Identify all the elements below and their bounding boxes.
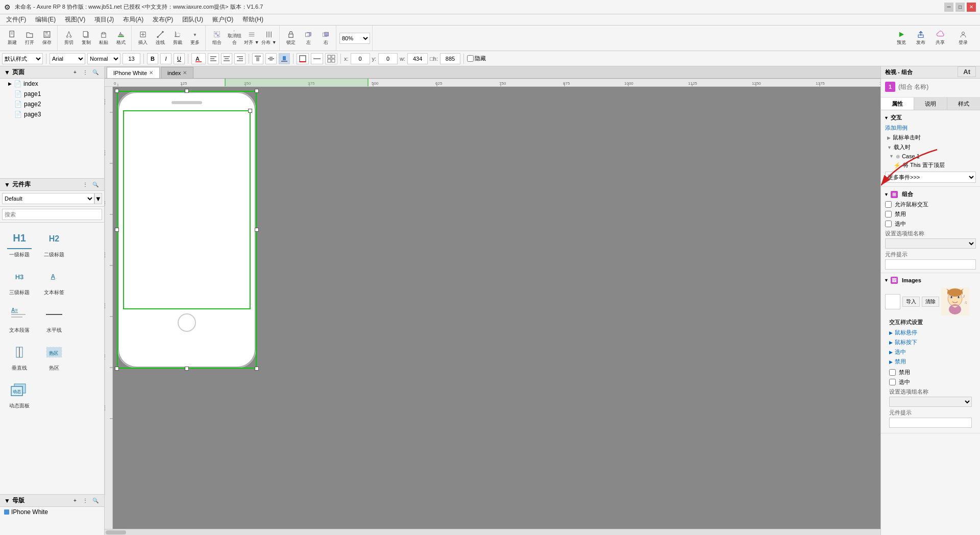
- pages-search-button[interactable]: 🔍: [91, 68, 100, 77]
- maximize-button[interactable]: □: [955, 3, 965, 12]
- more-format-button[interactable]: [325, 53, 337, 64]
- pages-options-button[interactable]: ⋮: [81, 68, 90, 77]
- login-button[interactable]: 登录: [950, 30, 976, 46]
- menu-team[interactable]: 团队(U): [178, 14, 207, 25]
- more-events-select[interactable]: 更多事件>>>: [885, 172, 976, 183]
- h-scrollbar-thumb[interactable]: [106, 530, 126, 534]
- style-select[interactable]: 默认样式: [2, 53, 43, 64]
- insert-button[interactable]: 插入: [135, 30, 151, 46]
- page-item-page3[interactable]: 📄 page3: [0, 109, 104, 119]
- valign-bottom[interactable]: [279, 53, 290, 64]
- cut-button[interactable]: 剪切: [61, 30, 77, 46]
- cloud-button[interactable]: 共享: [931, 30, 949, 46]
- interaction-section-header[interactable]: ▼ 交互: [881, 112, 980, 123]
- menu-file[interactable]: 文件(F): [2, 14, 30, 25]
- crop-button[interactable]: 剪裁: [169, 30, 186, 46]
- import-button[interactable]: 导入: [902, 297, 920, 307]
- bold-button[interactable]: B: [147, 53, 158, 64]
- option-group2-select[interactable]: [889, 397, 972, 407]
- selected-style-link[interactable]: ▶ 选中: [889, 347, 972, 357]
- close-button[interactable]: ✕: [967, 3, 976, 12]
- menu-layout[interactable]: 布局(A): [119, 14, 148, 25]
- connect-button[interactable]: 连线: [152, 30, 168, 46]
- master-iphone-white[interactable]: IPhone White: [0, 507, 104, 517]
- underline-button[interactable]: U: [174, 53, 185, 64]
- widget-library-select[interactable]: Default: [2, 193, 94, 204]
- disable-checkbox[interactable]: [885, 211, 892, 217]
- tab-iphone-white[interactable]: IPhone White ✕: [107, 67, 160, 78]
- layer-right-button[interactable]: ▷ 右: [317, 30, 334, 46]
- zoom-select[interactable]: 80% 100% 50%: [339, 33, 370, 44]
- group-button[interactable]: 组合: [209, 30, 225, 46]
- paste-button[interactable]: 粘贴: [95, 30, 112, 46]
- masters-add-button[interactable]: +: [70, 496, 80, 505]
- masters-options-button[interactable]: ⋮: [81, 496, 90, 505]
- format-button[interactable]: A 格式: [113, 30, 129, 46]
- menu-account[interactable]: 账户(O): [208, 14, 237, 25]
- pages-header[interactable]: ▼ 页面 + ⋮ 🔍: [0, 66, 104, 79]
- page-item-index[interactable]: ▶ 📄 index: [0, 79, 104, 89]
- add-case-link[interactable]: 添加用例: [885, 124, 908, 132]
- allow-mouse-checkbox[interactable]: [885, 201, 892, 208]
- widget-search-input[interactable]: [2, 209, 102, 220]
- clear-button[interactable]: 清除: [922, 297, 939, 307]
- mousedown-link[interactable]: 鼠标按下: [895, 338, 917, 346]
- rp-tab-notes[interactable]: 说明: [914, 98, 947, 110]
- text-align-center[interactable]: [221, 53, 232, 64]
- h-input[interactable]: [440, 53, 460, 64]
- copy-button[interactable]: 复制: [78, 30, 94, 46]
- h-scrollbar[interactable]: [105, 529, 880, 535]
- share-button[interactable]: 发布: [912, 30, 930, 46]
- distribute-button[interactable]: 分布 ▼: [261, 30, 277, 46]
- w-input[interactable]: [407, 53, 428, 64]
- widget-h1[interactable]: H1 一级标题: [4, 227, 35, 260]
- widget-h2[interactable]: H2 二级标题: [39, 227, 69, 260]
- x-input[interactable]: [351, 53, 370, 64]
- page-item-page2[interactable]: 📄 page2: [0, 99, 104, 109]
- valign-middle[interactable]: [265, 53, 277, 64]
- tab-index[interactable]: index ✕: [161, 67, 193, 78]
- layer-left-button[interactable]: ◁ 左: [300, 30, 316, 46]
- tooltip-input[interactable]: [885, 259, 976, 270]
- open-button[interactable]: 打开: [21, 30, 38, 46]
- widget-text-para[interactable]: A≡ 文本段落: [4, 302, 35, 336]
- widget-header[interactable]: ▼ 元件库 ⋮ 🔍: [0, 179, 104, 191]
- disabled-link[interactable]: 禁用: [895, 358, 906, 366]
- masters-header[interactable]: ▼ 母版 + ⋮ 🔍: [0, 495, 104, 507]
- selected-checkbox[interactable]: [885, 221, 892, 227]
- page-item-page1[interactable]: 📄 page1: [0, 89, 104, 99]
- weight-select[interactable]: Normal: [87, 53, 120, 64]
- menu-help[interactable]: 帮助(H): [238, 14, 267, 25]
- widget-search-btn[interactable]: 🔍: [91, 180, 100, 189]
- border-color-button[interactable]: [297, 53, 309, 64]
- rp-tab-style[interactable]: 样式: [947, 98, 980, 110]
- font-size-input[interactable]: [122, 53, 140, 64]
- font-select[interactable]: Arial: [50, 53, 85, 64]
- widget-options-button[interactable]: ⋮: [81, 180, 90, 189]
- tab-iphone-white-close[interactable]: ✕: [149, 70, 153, 76]
- lock-button[interactable]: 锁定: [283, 30, 299, 46]
- y-input[interactable]: [378, 53, 398, 64]
- option-group-select[interactable]: [885, 238, 976, 249]
- widget-hline[interactable]: 水平线: [39, 302, 69, 336]
- pages-add-button[interactable]: +: [70, 68, 80, 77]
- minimize-button[interactable]: ─: [944, 3, 953, 12]
- ungroup-button[interactable]: 取消组合: [226, 30, 242, 46]
- hover-link[interactable]: 鼠标悬停: [895, 329, 917, 336]
- hover-style-link[interactable]: ▶ 鼠标悬停: [889, 328, 972, 337]
- menu-view[interactable]: 视图(V): [61, 14, 89, 25]
- widget-hotspot[interactable]: 热区 热区: [39, 340, 69, 374]
- valign-top[interactable]: [252, 53, 263, 64]
- group-section-header[interactable]: ▼ ⊞ 组合: [881, 189, 980, 200]
- selected-link[interactable]: 选中: [895, 348, 906, 356]
- font-color-button[interactable]: A: [191, 53, 206, 64]
- canvas[interactable]: [113, 87, 880, 529]
- disabled-style-link[interactable]: ▶ 禁用: [889, 357, 972, 367]
- mousedown-style-link[interactable]: ▶ 鼠标按下: [889, 337, 972, 347]
- disable2-checkbox[interactable]: [889, 369, 896, 376]
- images-section-header[interactable]: ▼ 🖼 Images: [881, 275, 980, 285]
- menu-edit[interactable]: 编辑(E): [31, 14, 60, 25]
- widget-manage-button[interactable]: ▼: [94, 193, 102, 204]
- selected2-checkbox[interactable]: [889, 379, 896, 385]
- widget-h3[interactable]: H3 三级标题: [4, 264, 35, 298]
